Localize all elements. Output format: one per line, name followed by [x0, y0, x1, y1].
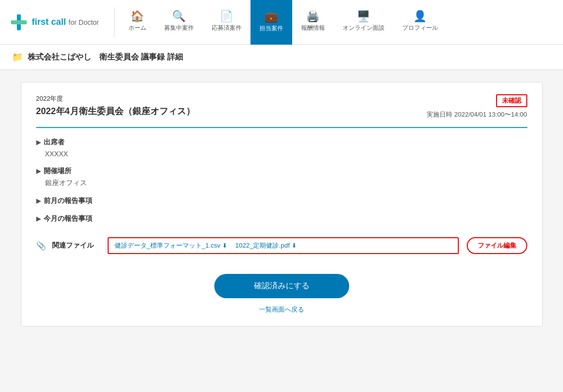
chevron-right-icon: ▶	[36, 139, 41, 146]
logo-plus-icon	[10, 13, 28, 31]
svg-rect-1	[11, 20, 27, 24]
logo: first call for Doctor	[10, 13, 99, 31]
section-last-month: ▶ 前月の報告事項	[36, 196, 527, 205]
section-attendees-content: XXXXX	[36, 150, 527, 158]
section-attendees: ▶ 出席者 XXXXX	[36, 138, 527, 158]
printer-icon: 🖨️	[306, 11, 319, 22]
nav-item-applied[interactable]: 📄 応募済案件	[203, 0, 250, 45]
section-attendees-header[interactable]: ▶ 出席者	[36, 138, 527, 147]
page-title-bar: 📁 株式会社こばやし 衛生委員会 議事録 詳細	[0, 45, 563, 70]
card-header-row: 2022年度 2022年4月衛生委員会（銀座オフィス） 未確認 実施日時 202…	[36, 94, 527, 119]
briefcase-icon: 💼	[264, 11, 278, 22]
main-nav: 🏠 ホーム 🔍 募集中案件 📄 応募済案件 💼 担当案件 🖨️ 報酬情報 🖥️ …	[120, 0, 553, 45]
chevron-right-icon: ▶	[36, 168, 41, 175]
related-files-row: 📎 関連ファイル 健診データ_標準フォーマット_1.csv ⬇ 1022_定期健…	[36, 237, 527, 254]
back-link[interactable]: 一覧画面へ戻る	[259, 305, 304, 314]
card-year: 2022年度	[36, 94, 195, 103]
section-venue: ▶ 開催場所 銀座オフィス	[36, 167, 527, 188]
folder-icon: 📁	[12, 52, 23, 63]
nav-item-reward[interactable]: 🖨️ 報酬情報	[292, 0, 334, 45]
confirm-button[interactable]: 確認済みにする	[214, 274, 349, 298]
card-divider	[36, 127, 527, 128]
page-title: 株式会社こばやし 衛生委員会 議事録 詳細	[28, 52, 183, 63]
chevron-right-icon: ▶	[36, 197, 41, 204]
person-icon: 👤	[413, 11, 427, 22]
section-venue-header[interactable]: ▶ 開催場所	[36, 167, 527, 176]
header-divider	[114, 7, 115, 37]
detail-card: 2022年度 2022年4月衛生委員会（銀座オフィス） 未確認 実施日時 202…	[21, 82, 543, 327]
files-label: 関連ファイル	[52, 241, 94, 250]
file-edit-button[interactable]: ファイル編集	[467, 237, 527, 254]
files-left: 📎 関連ファイル	[36, 241, 100, 251]
section-this-month-header[interactable]: ▶ 今月の報告事項	[36, 214, 527, 223]
action-area: 確認済みにする 一覧画面へ戻る	[36, 274, 527, 314]
logo-text: first call for Doctor	[32, 17, 99, 27]
document-icon: 📄	[220, 11, 233, 22]
card-status-block: 未確認 実施日時 2022/04/01 13:00〜14:00	[427, 94, 527, 119]
section-this-month: ▶ 今月の報告事項	[36, 214, 527, 223]
chevron-right-icon: ▶	[36, 215, 41, 222]
section-last-month-header[interactable]: ▶ 前月の報告事項	[36, 196, 527, 205]
paperclip-icon: 📎	[36, 241, 46, 251]
monitor-icon: 🖥️	[357, 11, 370, 22]
section-venue-content: 銀座オフィス	[36, 179, 527, 188]
search-icon: 🔍	[172, 11, 186, 22]
download-icon-pdf: ⬇	[292, 242, 297, 249]
status-badge: 未確認	[496, 94, 527, 107]
nav-item-home[interactable]: 🏠 ホーム	[120, 0, 155, 45]
files-list: 健診データ_標準フォーマット_1.csv ⬇ 1022_定期健診.pdf ⬇	[108, 237, 459, 254]
nav-item-assigned[interactable]: 💼 担当案件	[250, 0, 292, 45]
card-meeting-title: 2022年4月衛生委員会（銀座オフィス）	[36, 105, 195, 117]
card-date: 実施日時 2022/04/01 13:00〜14:00	[427, 110, 527, 119]
nav-item-recruiting[interactable]: 🔍 募集中案件	[155, 0, 203, 45]
header: first call for Doctor 🏠 ホーム 🔍 募集中案件 📄 応募…	[0, 0, 563, 45]
main-content: 2022年度 2022年4月衛生委員会（銀座オフィス） 未確認 実施日時 202…	[9, 70, 555, 338]
download-icon-csv: ⬇	[222, 242, 227, 249]
nav-item-profile[interactable]: 👤 プロフィール	[393, 0, 447, 45]
home-icon: 🏠	[130, 11, 144, 22]
file-link-csv[interactable]: 健診データ_標準フォーマット_1.csv ⬇	[115, 241, 228, 250]
nav-item-online[interactable]: 🖥️ オンライン面談	[334, 0, 393, 45]
file-link-pdf[interactable]: 1022_定期健診.pdf ⬇	[235, 241, 297, 250]
card-title-block: 2022年度 2022年4月衛生委員会（銀座オフィス）	[36, 94, 195, 117]
